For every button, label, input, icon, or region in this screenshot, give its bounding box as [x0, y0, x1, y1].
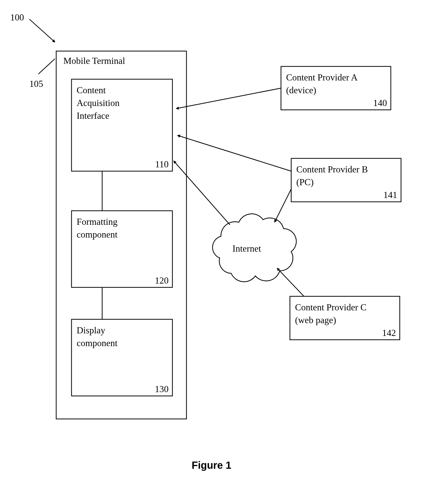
provider-a-ref: 140: [373, 98, 387, 108]
formatting-line1: Formatting: [77, 217, 118, 227]
diagram-canvas: 100 Mobile Terminal 105 Content Acquisit…: [0, 0, 423, 504]
mobile-terminal-ref: 105: [29, 79, 43, 89]
provider-b-line2: (PC): [296, 177, 314, 187]
formatting-ref: 120: [155, 275, 169, 286]
provider-b-ref: 141: [383, 190, 397, 200]
mobile-terminal-title: Mobile Terminal: [63, 56, 125, 66]
acquisition-ref: 110: [155, 159, 169, 169]
provider-c-line2: (web page): [295, 315, 336, 325]
arrow-b-to-acq: [178, 135, 291, 171]
figure-id: 100: [10, 12, 24, 22]
cloud-label: Internet: [232, 243, 261, 254]
provider-a-line1: Content Provider A: [286, 72, 358, 83]
leader-100: [29, 19, 55, 42]
provider-c-line1: Content Provider C: [295, 302, 367, 312]
leader-105: [38, 59, 55, 74]
formatting-line2: component: [77, 229, 118, 240]
figure-caption: Figure 1: [192, 460, 231, 471]
provider-b-line1: Content Provider B: [296, 164, 368, 174]
acquisition-line3: Interface: [77, 111, 109, 121]
acquisition-line1: Content: [77, 85, 106, 95]
display-ref: 130: [155, 384, 169, 394]
display-line1: Display: [77, 325, 105, 335]
provider-c-ref: 142: [382, 328, 396, 338]
acquisition-line2: Acquisition: [77, 98, 120, 108]
provider-a-line2: (device): [286, 85, 316, 95]
internet-cloud: Internet: [213, 214, 296, 282]
display-line2: component: [77, 338, 118, 348]
arrow-a-to-acq: [176, 88, 281, 109]
arrow-b-to-internet: [275, 189, 291, 222]
arrow-c-to-internet: [277, 268, 304, 296]
